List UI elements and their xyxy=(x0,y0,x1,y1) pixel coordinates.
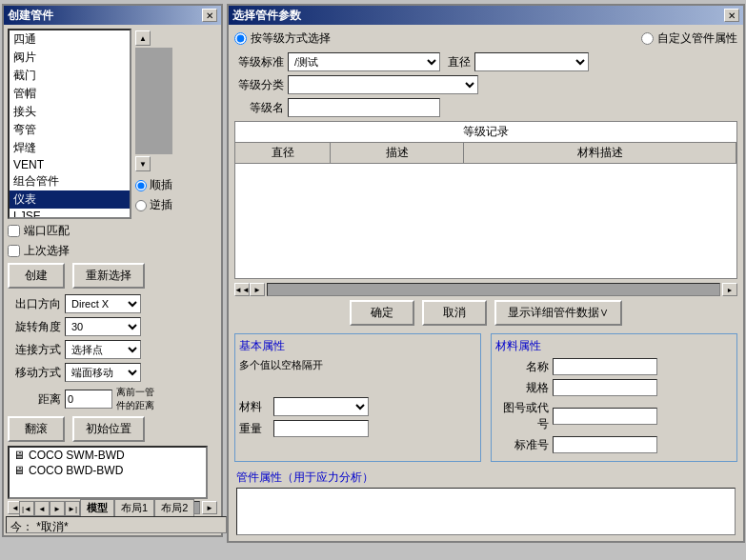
nav-next-button[interactable]: ► xyxy=(50,501,65,516)
detail-button[interactable]: 显示详细管件数据∨ xyxy=(494,300,622,326)
cancel-button[interactable]: 取消 xyxy=(422,300,487,326)
diameter-select[interactable] xyxy=(474,52,589,71)
computer-icon: 🖥 xyxy=(13,449,25,462)
grade-col-headers: 直径 描述 材料描述 xyxy=(235,143,736,164)
bottom-section: 基本属性 多个值以空格隔开 材料 重量 材料属性 名称 xyxy=(234,333,737,462)
grade-name-input[interactable] xyxy=(288,98,440,117)
distance-input[interactable] xyxy=(65,390,112,409)
left-panel-close-button[interactable]: ✕ xyxy=(202,9,217,22)
pipe-props-area xyxy=(236,488,736,535)
list-item[interactable]: 四通 xyxy=(10,30,130,49)
flip-init-row: 翻滚 初始位置 xyxy=(8,416,217,442)
list-scroll-down-button[interactable]: ▼ xyxy=(135,156,151,171)
distance-hint: 离前一管件的距离 xyxy=(116,386,178,412)
right-panel-close-button[interactable]: ✕ xyxy=(724,9,739,22)
col-header-desc: 描述 xyxy=(331,143,464,163)
init-button[interactable]: 初始位置 xyxy=(72,416,145,442)
list-item[interactable]: 组合管件 xyxy=(10,172,130,190)
nav-prev-button[interactable]: ◄ xyxy=(34,501,50,516)
checkbox-last-select[interactable] xyxy=(8,245,20,257)
rotate-row: 旋转角度 30 xyxy=(8,317,217,336)
name-row: 名称 xyxy=(495,358,733,375)
standard-input[interactable] xyxy=(553,436,657,453)
grade-record-table: 等级记录 直径 描述 材料描述 xyxy=(234,121,737,279)
list-item[interactable]: LJSE xyxy=(10,209,130,219)
top-radio-row: 按等级方式选择 自定义管件属性 xyxy=(234,30,737,47)
list-item[interactable]: 阀片 xyxy=(10,49,130,67)
weight-row: 重量 xyxy=(239,420,476,437)
drawing-input[interactable] xyxy=(553,408,657,425)
confirm-button[interactable]: 确定 xyxy=(350,300,414,326)
grade-standard-select[interactable]: /测试 xyxy=(288,52,440,71)
right-panel-titlebar: 选择管件参数 ✕ xyxy=(229,6,743,25)
connect-row: 连接方式 选择点 xyxy=(8,340,217,359)
col-header-material: 材料描述 xyxy=(464,143,736,163)
grade-table-body xyxy=(235,164,736,278)
table-nav-left1-button[interactable]: ◄◄ xyxy=(234,283,250,296)
outlet-dir-row: 出口方向 Direct X xyxy=(8,294,217,313)
radio-custom-input[interactable] xyxy=(641,32,654,45)
component-list[interactable]: 四通 阀片 截门 管帽 接头 弯管 焊缝 VENT 组合管件 仪表 LJSE 盲… xyxy=(8,29,131,219)
grade-class-select[interactable] xyxy=(288,75,478,94)
tab-layout2[interactable]: 布局2 xyxy=(154,499,194,516)
nav-first-button[interactable]: |◄ xyxy=(19,501,34,516)
radio-forward-input[interactable] xyxy=(135,180,147,191)
list-item[interactable]: 截门 xyxy=(10,67,130,85)
connect-label: 连接方式 xyxy=(8,342,61,358)
list-item[interactable]: VENT xyxy=(10,157,130,172)
basic-props-panel: 基本属性 多个值以空格隔开 材料 重量 xyxy=(234,333,481,462)
radio-grade-input[interactable] xyxy=(234,32,247,45)
list-scroll-up-button[interactable]: ▲ xyxy=(135,30,151,46)
name-input[interactable] xyxy=(553,358,657,375)
outlet-dir-select[interactable]: Direct X xyxy=(65,294,141,313)
computer-icon: 🖥 xyxy=(13,464,25,477)
list-item[interactable]: 接头 xyxy=(10,103,130,121)
radio-custom-group: 自定义管件属性 xyxy=(641,30,737,47)
grade-class-row: 等级分类 xyxy=(234,75,737,94)
table-nav-right-button[interactable]: ► xyxy=(722,283,737,296)
rotate-select[interactable]: 30 xyxy=(65,317,141,336)
weight-label: 重量 xyxy=(239,421,270,437)
grade-record-title: 等级记录 xyxy=(235,122,736,143)
basic-props-hint: 多个值以空格隔开 xyxy=(239,358,476,372)
distance-row: 距离 离前一管件的距离 xyxy=(8,386,217,412)
diameter-group: 直径 xyxy=(448,52,589,71)
reselect-button[interactable]: 重新选择 xyxy=(72,263,145,289)
spec-row: 规格 xyxy=(495,379,733,396)
grade-class-label: 等级分类 xyxy=(234,77,284,93)
weight-input[interactable] xyxy=(273,420,369,437)
tab-layout1[interactable]: 布局1 xyxy=(114,499,154,516)
spec-input[interactable] xyxy=(553,379,657,396)
list-item[interactable]: 弯管 xyxy=(10,121,130,139)
move-select[interactable]: 端面移动 xyxy=(65,363,141,382)
radio-forward[interactable]: 顺插 xyxy=(135,177,172,193)
flip-button[interactable]: 翻滚 xyxy=(8,416,65,442)
pipe-props-panel: 管件属性（用于应力分析） xyxy=(234,468,737,537)
connect-select[interactable]: 选择点 xyxy=(65,340,141,359)
radio-forward-label: 顺插 xyxy=(150,177,172,193)
table-nav-left2-button[interactable]: ► xyxy=(250,283,265,296)
material-select[interactable] xyxy=(273,397,369,416)
nav-last-button[interactable]: ►| xyxy=(65,501,80,516)
checkbox-port-match[interactable] xyxy=(8,225,20,237)
radio-reverse[interactable]: 逆插 xyxy=(135,197,172,213)
list-item[interactable]: 焊缝 xyxy=(10,139,130,157)
move-label: 移动方式 xyxy=(8,365,61,381)
status-text: 今： *取消* xyxy=(10,520,69,533)
grade-name-label: 等级名 xyxy=(234,100,284,116)
bottom-list-item[interactable]: 🖥 COCO SWM-BWD xyxy=(10,448,206,463)
create-button[interactable]: 创建 xyxy=(8,263,65,289)
radio-reverse-input[interactable] xyxy=(135,200,147,211)
bottom-list[interactable]: 🖥 COCO SWM-BWD 🖥 COCO BWD-BWD xyxy=(8,446,208,499)
action-buttons-row: 创建 重新选择 xyxy=(8,263,217,289)
tab-model[interactable]: 模型 xyxy=(80,499,114,516)
left-panel-title: 创建管件 xyxy=(8,8,53,24)
list-item[interactable]: 管帽 xyxy=(10,85,130,103)
list-item-selected[interactable]: 仪表 xyxy=(10,190,130,209)
move-row: 移动方式 端面移动 xyxy=(8,363,217,382)
radio-reverse-label: 逆插 xyxy=(150,197,172,213)
material-label: 材料 xyxy=(239,399,270,415)
bottom-list-item[interactable]: 🖥 COCO BWD-BWD xyxy=(10,463,206,478)
drawing-row: 图号或代号 xyxy=(495,400,733,432)
table-h-scrollbar xyxy=(267,283,720,296)
